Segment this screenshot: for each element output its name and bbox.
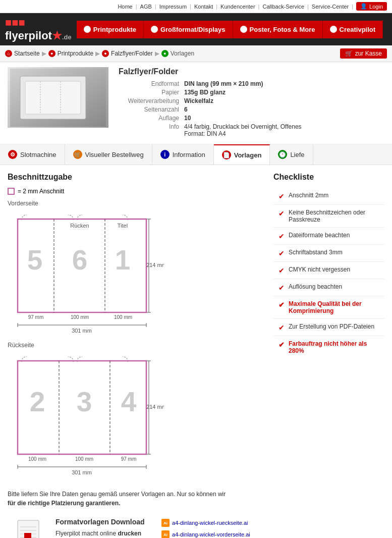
login-button[interactable]: 👤 Login [356,2,387,11]
main-navigation: Printprodukte Großformat/Displays Poster… [77,21,392,38]
rueckseite-label: Rückseite [8,342,258,349]
file-item-2[interactable]: Ai a4-dinlang-wickel-vorderseite.ai [159,529,258,538]
svg-text:4: 4 [121,386,137,417]
svg-text:214 mm: 214 mm [146,404,164,410]
doc-icon: 📄 [222,150,231,159]
info-row-info: Info 4/4 farbig, Drucklack bei Overnight… [119,123,384,137]
svg-text:301 mm: 301 mm [72,328,92,334]
nav-printprodukte[interactable]: Printprodukte [77,21,144,38]
download-info: Formatvorlagen Download Flyerpilot macht… [55,518,147,538]
logo[interactable]: ■■■ flyerpilot★.de [5,16,72,42]
circle-icon [151,26,158,33]
info-icon: i [160,150,170,159]
front-diagram-svg: 5 6 1 Rücken Titel 214 mm 301 mm 97 mm 1… [8,209,164,338]
svg-rect-2 [25,81,81,114]
nav-grossformat[interactable]: Großformat/Displays [144,21,233,38]
svg-text:301 mm: 301 mm [72,469,92,475]
check-item-2: ✔ Keine Beschnittzeichen oder Passkreuze [273,205,384,228]
nav-impressum[interactable]: Impressum [159,4,187,10]
download-description: Flyerpilot macht online drucken zum echt… [55,529,147,538]
info-row-papier: Papier 135g BD glanz [119,89,384,96]
ai-icon: Ai [161,519,170,527]
main-content: Beschnittzugabe = 2 mm Anschnitt Vorders… [0,165,392,538]
svg-text:Rücken: Rücken [70,223,89,229]
download-section: Formatvorlagen Download Flyerpilot macht… [8,518,258,538]
cart-icon: 🛒 [345,50,353,57]
check-mark-6: ✔ [278,284,285,292]
nav-home[interactable]: Home [118,4,132,10]
product-image-svg [10,69,106,127]
tab-vorlagen[interactable]: 📄 Vorlagen [214,144,270,165]
svg-text:97 mm: 97 mm [28,314,44,320]
product-title: Falzflyer/Folder [119,67,384,76]
breadcrumb-vorlagen-icon: ● [161,50,169,57]
beschnittzugabe-title: Beschnittzugabe [8,173,258,182]
tab-slotmachine[interactable]: ⚙ Slotmachine [0,144,65,165]
legend: = 2 mm Anschnitt [8,188,258,195]
nav-kontakt[interactable]: Kontakt [194,4,213,10]
cart-tab-icon: 🛒 [73,150,82,159]
circle-icon [84,26,91,33]
check-mark-1: ✔ [278,192,285,200]
breadcrumb-falz-icon: ● [102,50,109,57]
product-image [8,67,108,128]
check-item-3: ✔ Dateiformate beachten [273,228,384,245]
check-item-6: ✔ Auflösung beachten [273,279,384,296]
svg-text:6: 6 [72,244,88,276]
breadcrumb: ⌂ Startseite ▶ ● Printprodukte ▶ ● Falzf… [0,45,392,62]
tab-lieferung[interactable]: 🕐 Liefe [270,144,313,165]
download-title: Formatvorlagen Download [55,518,147,526]
breadcrumb-print-icon: ● [48,50,55,57]
breadcrumb-home-icon: ⌂ [5,50,12,57]
svg-text:97 mm: 97 mm [121,456,137,462]
ai-icon: Ai [161,530,170,538]
clock-icon: 🕐 [278,150,287,159]
product-info: Falzflyer/Folder Endformat DIN lang (99 … [0,62,392,144]
check-mark-5: ✔ [278,266,285,275]
cart-button[interactable]: 🛒 zur Kasse [340,48,387,59]
svg-text:5: 5 [27,244,43,276]
file-list: Ai a4-dinlang-wickel-rueckseite.ai Ai a4… [159,518,258,538]
bc-falzflyer[interactable]: Falzflyer/Folder [111,50,153,57]
legend-text: = 2 mm Anschnitt [18,188,64,195]
check-item-7: ✔ Maximale Qualität bei der Komprimierun… [273,296,384,319]
check-item-9: ✔ Farbauftrag nicht höher als 280% [273,336,384,358]
circle-icon [330,26,337,33]
tab-bar: ⚙ Slotmachine 🛒 Visueller Bestellweg i I… [0,144,392,165]
svg-text:1: 1 [115,244,131,276]
product-details: Falzflyer/Folder Endformat DIN lang (99 … [119,67,384,139]
logo-area: ■■■ flyerpilot★.de [0,13,77,45]
vorderseite-label: Vorderseite [8,200,258,207]
person-icon: 👤 [360,3,367,10]
bc-printprodukte[interactable]: Printprodukte [58,50,93,57]
download-icon-area [8,518,48,538]
check-mark-9: ✔ [278,341,285,349]
svg-text:3: 3 [77,386,92,417]
check-mark-3: ✔ [278,232,285,240]
nav-callback[interactable]: Callback-Service [262,4,304,10]
info-row-weiter: Weiterverarbeitung Wickelfalz [119,97,384,104]
nav-agb[interactable]: AGB [140,4,152,10]
nav-kundencenter[interactable]: Kundencenter [220,4,255,10]
nav-creativpilot[interactable]: Creativpilot [323,21,383,38]
check-mark-2: ✔ [278,209,285,218]
check-item-4: ✔ Schriftabstand 3mm [273,245,384,262]
nav-service[interactable]: Service-Center [312,4,349,10]
circle-icon [240,26,247,33]
checkliste-title: Checkliste [273,173,384,182]
right-column: Checkliste ✔ Anschnitt 2mm ✔ Keine Besch… [273,173,384,538]
legend-box [8,188,15,195]
info-row-seiten: Seitenanzahl 6 [119,106,384,113]
check-mark-4: ✔ [278,249,285,257]
tab-visueller[interactable]: 🛒 Visueller Bestellweg [65,144,152,165]
nav-poster[interactable]: Poster, Fotos & More [233,21,323,38]
bc-startseite[interactable]: Startseite [14,50,40,57]
svg-text:100 mm: 100 mm [28,456,46,462]
left-column: Beschnittzugabe = 2 mm Anschnitt Vorders… [8,173,258,538]
tab-information[interactable]: i Information [152,144,214,165]
svg-text:100 mm: 100 mm [71,314,89,320]
file-item-1[interactable]: Ai a4-dinlang-wickel-rueckseite.ai [159,518,258,528]
header: ■■■ flyerpilot★.de Printprodukte Großfor… [0,13,392,45]
info-row-auflage: Auflage 10 [119,115,384,122]
svg-text:100 mm: 100 mm [75,456,93,462]
